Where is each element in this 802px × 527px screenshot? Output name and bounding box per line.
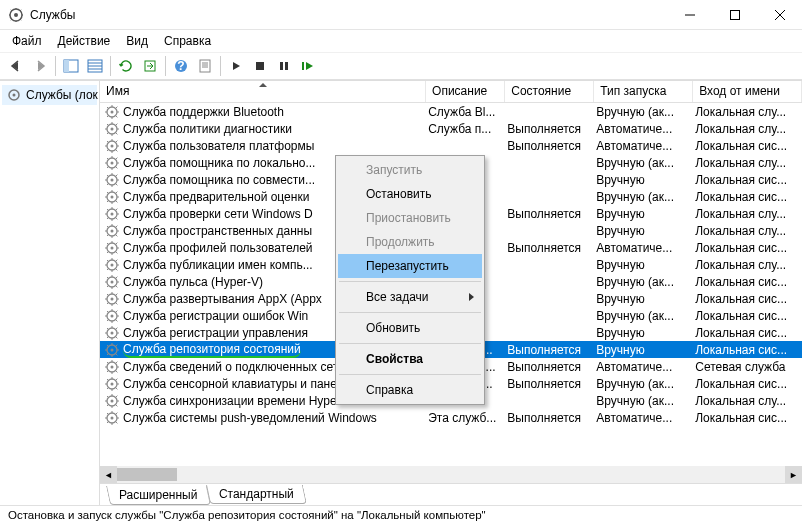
service-startup: Вручную (ак... <box>594 156 693 170</box>
service-logon: Локальная слу... <box>693 394 802 408</box>
svg-point-15 <box>13 94 16 97</box>
service-startup: Вручную (ак... <box>594 275 693 289</box>
svg-point-27 <box>111 195 114 198</box>
service-row[interactable]: Служба поддержки BluetoothСлужба Bl...Вр… <box>100 103 802 120</box>
service-startup: Вручную (ак... <box>594 377 693 391</box>
service-name: Служба репозитория состояний <box>123 342 301 358</box>
svg-rect-13 <box>302 62 304 70</box>
col-logon[interactable]: Вход от имени <box>693 81 802 102</box>
properties-button[interactable] <box>193 54 217 78</box>
svg-point-43 <box>111 331 114 334</box>
menu-file[interactable]: Файл <box>4 32 50 50</box>
service-logon: Локальная сис... <box>693 139 802 153</box>
service-startup: Вручную <box>594 258 693 272</box>
service-logon: Локальная слу... <box>693 224 802 238</box>
scroll-left-icon[interactable]: ◄ <box>100 466 117 483</box>
service-logon: Локальная сис... <box>693 241 802 255</box>
gear-icon <box>104 189 120 205</box>
gear-icon <box>104 257 120 273</box>
service-logon: Локальная сис... <box>693 190 802 204</box>
refresh-button[interactable] <box>114 54 138 78</box>
service-row[interactable]: Служба системы push-уведомлений WindowsЭ… <box>100 409 802 426</box>
svg-point-23 <box>111 161 114 164</box>
media-start-button[interactable] <box>224 54 248 78</box>
maximize-button[interactable] <box>712 0 757 30</box>
service-logon: Локальная слу... <box>693 156 802 170</box>
service-name: Служба публикации имен компь... <box>123 258 313 272</box>
service-startup: Вручную <box>594 207 693 221</box>
gear-icon <box>104 325 120 341</box>
service-logon: Локальная слу... <box>693 258 802 272</box>
ctx-properties[interactable]: Свойства <box>338 347 482 371</box>
help-button[interactable]: ? <box>169 54 193 78</box>
nav-forward-button[interactable] <box>28 54 52 78</box>
ctx-restart[interactable]: Перезапустить <box>338 254 482 278</box>
gear-icon <box>104 240 120 256</box>
service-startup: Вручную <box>594 224 693 238</box>
service-startup: Автоматиче... <box>594 360 693 374</box>
export-button[interactable] <box>138 54 162 78</box>
service-startup: Вручную <box>594 173 693 187</box>
service-row[interactable]: Служба политики диагностикиСлужба п...Вы… <box>100 120 802 137</box>
menu-action[interactable]: Действие <box>50 32 119 50</box>
service-name: Служба сведений о подключенных сетях <box>123 360 351 374</box>
col-state[interactable]: Состояние <box>505 81 594 102</box>
col-startup[interactable]: Тип запуска <box>594 81 693 102</box>
ctx-stop[interactable]: Остановить <box>338 182 482 206</box>
tree-root-label: Службы (лок <box>26 88 98 102</box>
menu-help[interactable]: Справка <box>156 32 219 50</box>
svg-rect-2 <box>730 10 739 19</box>
tab-standard[interactable]: Стандартный <box>206 485 307 504</box>
service-row[interactable]: Служба пользователя платформыВыполняется… <box>100 137 802 154</box>
service-name: Служба регистрации ошибок Win <box>123 309 308 323</box>
menu-view[interactable]: Вид <box>118 32 156 50</box>
gear-icon <box>104 359 120 375</box>
service-state: Выполняется <box>505 377 594 391</box>
bottom-tabs: Расширенный Стандартный <box>100 483 802 505</box>
column-headers: Имя Описание Состояние Тип запуска Вход … <box>100 81 802 103</box>
status-bar: Остановка и запуск службы "Служба репози… <box>0 505 802 527</box>
service-logon: Локальная сис... <box>693 309 802 323</box>
show-hide-tree-button[interactable] <box>59 54 83 78</box>
ctx-resume: Продолжить <box>338 230 482 254</box>
service-startup: Автоматиче... <box>594 122 693 136</box>
service-state: Выполняется <box>505 122 594 136</box>
svg-rect-12 <box>285 62 288 70</box>
media-restart-button[interactable] <box>296 54 320 78</box>
tree-root-services[interactable]: Службы (лок <box>2 85 97 105</box>
horizontal-scrollbar[interactable]: ◄ ► <box>100 466 802 483</box>
service-name: Служба пространственных данны <box>123 224 312 238</box>
media-pause-button[interactable] <box>272 54 296 78</box>
scroll-thumb[interactable] <box>117 466 785 483</box>
scroll-right-icon[interactable]: ► <box>785 466 802 483</box>
col-name[interactable]: Имя <box>100 81 426 102</box>
close-button[interactable] <box>757 0 802 30</box>
gear-icon <box>104 138 120 154</box>
svg-point-35 <box>111 263 114 266</box>
media-stop-button[interactable] <box>248 54 272 78</box>
gear-icon <box>104 206 120 222</box>
col-desc[interactable]: Описание <box>426 81 505 102</box>
nav-back-button[interactable] <box>4 54 28 78</box>
tab-extended[interactable]: Расширенный <box>106 486 211 505</box>
ctx-all-tasks[interactable]: Все задачи <box>338 285 482 309</box>
service-desc: Служба п... <box>426 122 505 136</box>
service-startup: Вручную (ак... <box>594 309 693 323</box>
service-state: Выполняется <box>505 343 594 357</box>
svg-rect-11 <box>280 62 283 70</box>
service-name: Служба пользователя платформы <box>123 139 314 153</box>
service-state: Выполняется <box>505 411 594 425</box>
svg-point-19 <box>111 127 114 130</box>
service-logon: Локальная сис... <box>693 411 802 425</box>
minimize-button[interactable] <box>667 0 712 30</box>
gear-icon <box>104 274 120 290</box>
gear-icon <box>104 104 120 120</box>
service-name: Служба регистрации управления <box>123 326 308 340</box>
service-logon: Локальная слу... <box>693 122 802 136</box>
ctx-help[interactable]: Справка <box>338 378 482 402</box>
service-desc: Эта служб... <box>426 411 505 425</box>
service-logon: Локальная сис... <box>693 377 802 391</box>
ctx-refresh[interactable]: Обновить <box>338 316 482 340</box>
ctx-start: Запустить <box>338 158 482 182</box>
view-button[interactable] <box>83 54 107 78</box>
